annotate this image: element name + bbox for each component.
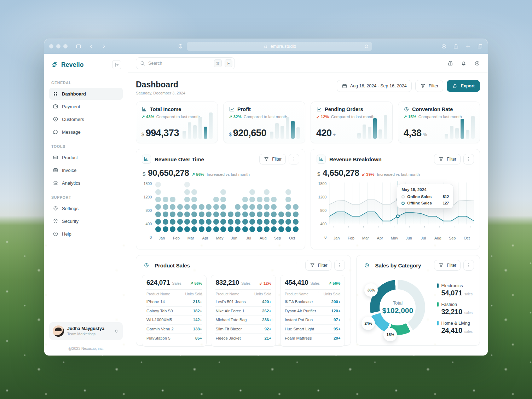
data-dot xyxy=(191,197,197,202)
data-dot xyxy=(264,197,270,202)
share-icon[interactable] xyxy=(453,44,459,49)
sidebar-item-message[interactable]: Message xyxy=(49,126,123,138)
kebab-menu-icon[interactable] xyxy=(334,260,345,271)
data-dot xyxy=(213,212,219,217)
brand-name: Revello xyxy=(61,61,84,69)
product-row: Galaxy Tab S9182+ xyxy=(146,307,202,316)
group-trend: ↗ 56% xyxy=(190,281,202,286)
mini-bar-chart xyxy=(270,113,300,139)
revenue-breakdown-filter-button[interactable]: Filter xyxy=(434,154,461,164)
data-dot xyxy=(191,212,197,217)
reload-icon[interactable] xyxy=(364,44,369,49)
product-sales-filter-button[interactable]: Filter xyxy=(305,260,332,271)
data-dot xyxy=(177,219,183,225)
data-dot xyxy=(249,212,255,217)
data-dot xyxy=(163,197,168,202)
search-input[interactable] xyxy=(148,61,211,66)
product-sales-card: Product Sales Filter 6 xyxy=(136,255,351,346)
add-plus-circle-icon[interactable] xyxy=(474,60,480,66)
kebab-menu-icon[interactable] xyxy=(289,154,299,164)
sidebar-collapse-button[interactable] xyxy=(112,60,121,69)
product-row: iPhone 14213+ xyxy=(146,297,202,307)
privacy-shield-icon[interactable] xyxy=(178,44,183,49)
close-window-button[interactable] xyxy=(49,44,53,48)
data-dot xyxy=(206,204,212,210)
data-dot xyxy=(285,189,291,195)
group-total: 454,410 xyxy=(285,279,308,287)
data-dot xyxy=(163,219,168,225)
sidebar-item-security[interactable]: Security xyxy=(49,215,123,227)
funnel-icon xyxy=(420,83,426,89)
downloads-icon[interactable] xyxy=(441,44,447,49)
x-axis-labels: JanFebMarAprMayJunJulAugSepOct xyxy=(155,236,299,240)
group-total: 832,210 xyxy=(215,279,239,287)
stat-title: Conversion Rate xyxy=(412,106,453,112)
stat-trend: ↙ 12% xyxy=(316,114,329,119)
mini-bar xyxy=(193,125,197,139)
data-dot xyxy=(293,204,299,210)
data-dot xyxy=(155,189,161,195)
data-dot xyxy=(242,197,248,202)
data-dot xyxy=(184,204,190,210)
legend-marker-icon xyxy=(437,302,439,307)
revenue-over-time-trend: ↗ 56% xyxy=(191,172,204,177)
minimize-window-button[interactable] xyxy=(56,44,60,48)
browser-back-icon[interactable] xyxy=(87,42,96,51)
date-range-picker[interactable]: Aug 16, 2024 - Sep 16, 2024 xyxy=(337,80,412,92)
stat-value: 420 xyxy=(316,128,332,139)
revenue-over-time-filter-button[interactable]: Filter xyxy=(259,154,286,164)
product-sales-group: 454,410Sales↗ 56%Product NameUnits SoldI… xyxy=(280,275,345,347)
data-dot xyxy=(249,204,255,210)
sidebar-item-product[interactable]: Product xyxy=(49,151,123,163)
data-dot xyxy=(257,226,262,232)
sidebar-item-analytics[interactable]: Analytics xyxy=(49,177,123,189)
sidebar-item-payment[interactable]: Payment xyxy=(49,100,123,112)
data-dot xyxy=(184,219,190,225)
data-dot xyxy=(170,204,175,210)
settings-icon xyxy=(53,206,58,211)
data-dot xyxy=(293,212,299,217)
data-dot xyxy=(271,204,277,210)
browser-forward-icon[interactable] xyxy=(99,42,109,51)
data-dot xyxy=(257,212,262,217)
browser-window: emura.studio Revello xyxy=(44,39,488,355)
gift-icon[interactable] xyxy=(447,60,453,66)
data-dot xyxy=(220,226,226,232)
sidebar-item-dashboard[interactable]: Dashboard xyxy=(49,88,123,100)
legend-marker-icon xyxy=(437,321,439,325)
sidebar: Revello GENERALDashboardPaymentCustomers… xyxy=(44,54,128,355)
sales-by-category-filter-button[interactable]: Filter xyxy=(434,260,461,271)
zoom-window-button[interactable] xyxy=(63,44,68,48)
sidebar-item-customers[interactable]: Customers xyxy=(49,113,123,125)
legend-value: 54,071 xyxy=(441,289,462,297)
data-dot xyxy=(177,226,183,232)
mini-bar xyxy=(466,130,469,139)
cmd-keycap: ⌘ xyxy=(214,59,222,67)
data-dot xyxy=(191,204,197,210)
revenue-breakdown-title: Revenue Breakdown xyxy=(329,156,382,162)
user-name: Judha Maygustya xyxy=(67,326,110,331)
kebab-menu-icon[interactable] xyxy=(463,154,474,164)
kebab-menu-icon[interactable] xyxy=(463,260,474,271)
stat-card-pending-orders: Pending Orders↙ 12%Compared to last mont… xyxy=(311,102,393,143)
sidebar-item-help[interactable]: Help xyxy=(49,228,123,240)
search-box[interactable]: ⌘ F xyxy=(136,57,235,69)
notifications-bell-icon[interactable] xyxy=(461,60,467,66)
product-row: Levi's 501 Jeans420+ xyxy=(215,297,271,307)
browser-sidebar-toggle-icon[interactable] xyxy=(74,42,83,51)
user-card[interactable]: Judha Maygustya Team Marketings xyxy=(49,322,123,340)
export-button[interactable]: Export xyxy=(447,80,480,92)
y-axis-labels: 180012008004000 xyxy=(317,181,327,240)
sidebar-item-invoice[interactable]: Invoice xyxy=(49,164,123,176)
donut-total-label: Total xyxy=(393,300,403,306)
data-dot xyxy=(271,197,277,202)
address-bar[interactable]: emura.studio xyxy=(187,42,372,51)
stat-trend: ↗ 43% xyxy=(141,114,154,119)
data-dot xyxy=(163,212,168,217)
tab-overview-icon[interactable] xyxy=(477,44,483,49)
sidebar-item-settings[interactable]: Settings xyxy=(49,202,123,214)
new-tab-icon[interactable] xyxy=(465,44,471,49)
header-filter-button[interactable]: Filter xyxy=(415,80,444,92)
pie-icon xyxy=(404,106,409,112)
data-dot xyxy=(235,226,241,232)
